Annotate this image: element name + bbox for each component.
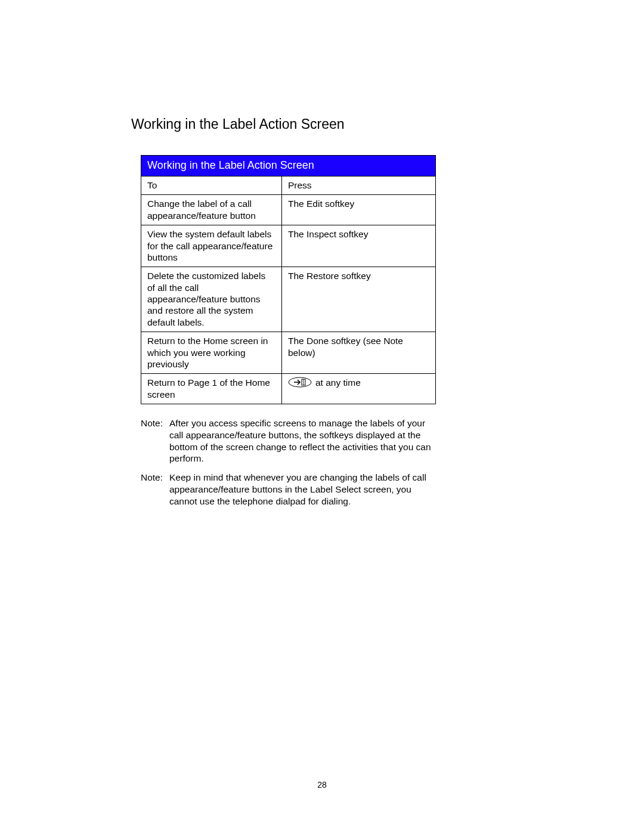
note-label: Note: <box>141 417 169 465</box>
note-label: Note: <box>141 472 169 507</box>
note: Note: Keep in mind that whenever you are… <box>141 472 433 507</box>
table-cell-to: Return to the Home screen in which you w… <box>141 332 282 374</box>
note: Note: After you access specific screens … <box>141 417 433 465</box>
note-body: Keep in mind that whenever you are chang… <box>169 472 433 507</box>
table-cell-press: The Restore softkey <box>282 267 436 332</box>
table-row: Return to the Home screen in which you w… <box>141 332 436 374</box>
table-row: Change the label of a call appearance/fe… <box>141 195 436 225</box>
exit-button-icon <box>288 377 312 390</box>
notes-block: Note: After you access specific screens … <box>141 417 433 507</box>
table-head-left: To <box>141 176 282 195</box>
action-table: Working in the Label Action Screen To Pr… <box>141 155 436 404</box>
table-cell-press: The Edit softkey <box>282 195 436 225</box>
table-cell-press: The Inspect softkey <box>282 225 436 267</box>
page: Working in the Label Action Screen Worki… <box>0 0 644 833</box>
table-head-right: Press <box>282 176 436 195</box>
table-cell-press: The Done softkey (see Note below) <box>282 332 436 374</box>
table-title: Working in the Label Action Screen <box>141 156 436 176</box>
table-cell-press: at any time <box>282 374 436 404</box>
page-number: 28 <box>0 780 644 789</box>
table-cell-to: Change the label of a call appearance/fe… <box>141 195 282 225</box>
section-heading: Working in the Label Action Screen <box>131 116 513 132</box>
table-row: View the system default labels for the c… <box>141 225 436 267</box>
note-body: After you access specific screens to man… <box>169 417 433 465</box>
table-head-row: To Press <box>141 176 436 195</box>
table-cell-to: Return to Page 1 of the Home screen <box>141 374 282 404</box>
table-cell-to: Delete the customized labels of all the … <box>141 267 282 332</box>
table-cell-to: View the system default labels for the c… <box>141 225 282 267</box>
table-row: Return to Page 1 of the Home screen at a… <box>141 374 436 404</box>
table-row: Delete the customized labels of all the … <box>141 267 436 332</box>
table-cell-press-text: at any time <box>315 378 361 388</box>
